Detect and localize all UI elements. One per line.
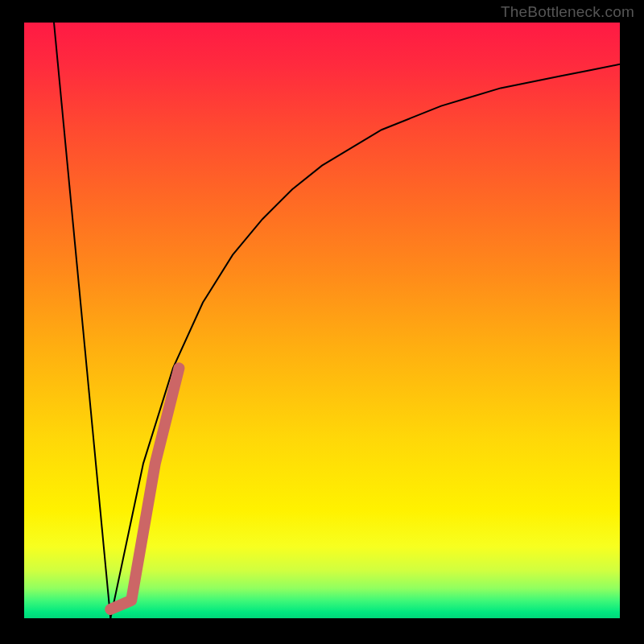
chart-root: TheBottleneck.com [0,0,644,644]
plot-background [24,23,620,618]
chart-svg [0,0,644,644]
watermark-label: TheBottleneck.com [501,3,634,21]
